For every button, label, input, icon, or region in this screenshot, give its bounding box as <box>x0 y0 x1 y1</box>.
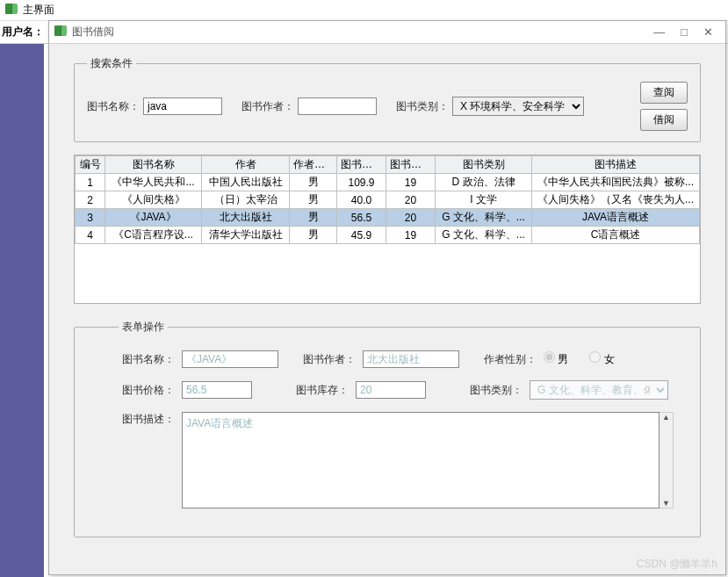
search-author-input[interactable] <box>298 97 377 115</box>
search-legend: 搜索条件 <box>87 56 136 71</box>
minimize-button[interactable]: — <box>653 25 665 39</box>
borrow-dialog: 图书借阅 — □ ✕ 搜索条件 图书名称： 图书作者： 图书类别： X 环境科学… <box>48 20 726 575</box>
th-id[interactable]: 编号 <box>76 156 105 174</box>
window-controls: — □ ✕ <box>653 25 713 39</box>
cell-desc: C语言概述 <box>532 227 700 244</box>
textarea-wrap: ▲ ▼ <box>182 412 674 508</box>
form-price-label: 图书价格： <box>119 383 175 398</box>
form-price-input <box>182 381 252 399</box>
search-name-label: 图书名称： <box>87 99 140 114</box>
cell-name: 《JAVA》 <box>105 209 202 227</box>
cell-author: 北大出版社 <box>202 209 290 227</box>
form-desc-label: 图书描述： <box>119 412 175 427</box>
th-stock[interactable]: 图书库存 <box>386 156 436 174</box>
scroll-up-icon[interactable]: ▲ <box>662 413 670 422</box>
cell-category: G 文化、科学、... <box>436 227 532 244</box>
th-category[interactable]: 图书类别 <box>436 156 532 174</box>
form-category-label: 图书类别： <box>466 383 523 398</box>
form-gender-label: 作者性别： <box>480 352 537 367</box>
table-header-row: 编号 图书名称 作者 作者性别 图书价格 图书库存 图书类别 图书描述 <box>76 156 700 174</box>
th-author[interactable]: 作者 <box>202 156 290 174</box>
table-row[interactable]: 4《C语言程序设...清华大学出版社男45.919G 文化、科学、...C语言概… <box>76 227 700 244</box>
dialog-titlebar[interactable]: 图书借阅 — □ ✕ <box>49 21 725 44</box>
form-desc-textarea <box>182 412 660 508</box>
form-author-input <box>363 350 459 368</box>
th-desc[interactable]: 图书描述 <box>532 156 700 174</box>
cell-category: D 政治、法律 <box>436 174 532 191</box>
cell-author: 清华大学出版社 <box>202 227 290 244</box>
th-price[interactable]: 图书价格 <box>337 156 386 174</box>
cell-id: 2 <box>76 191 105 209</box>
cell-name: 《中华人民共和... <box>105 174 202 191</box>
cell-price: 40.0 <box>337 191 386 209</box>
search-name-input[interactable] <box>143 97 222 115</box>
radio-female-label: 女 <box>589 351 614 367</box>
cell-price: 45.9 <box>337 227 386 244</box>
th-name[interactable]: 图书名称 <box>105 156 202 174</box>
cell-gender: 男 <box>290 209 337 227</box>
form-stock-input <box>356 381 426 399</box>
radio-male <box>544 351 555 363</box>
cell-name: 《C语言程序设... <box>105 227 202 244</box>
table-row[interactable]: 1《中华人民共和...中国人民出版社男109.919D 政治、法律《中华人民共和… <box>76 174 700 191</box>
dialog-icon <box>54 25 68 40</box>
cell-category: I 文学 <box>436 191 532 209</box>
search-author-label: 图书作者： <box>241 99 294 114</box>
form-category-select: G 文化、科学、教育、体育 <box>530 380 668 400</box>
cell-id: 3 <box>76 209 105 227</box>
radio-male-label: 男 <box>544 351 568 367</box>
cell-gender: 男 <box>290 227 337 244</box>
borrow-button[interactable]: 借阅 <box>640 109 688 131</box>
table-body: 1《中华人民共和...中国人民出版社男109.919D 政治、法律《中华人民共和… <box>76 174 700 244</box>
results-table-wrap[interactable]: 编号 图书名称 作者 作者性别 图书价格 图书库存 图书类别 图书描述 1《中华… <box>74 155 701 304</box>
cell-price: 56.5 <box>337 209 386 227</box>
form-name-label: 图书名称： <box>119 352 175 367</box>
table-row[interactable]: 3《JAVA》北大出版社男56.520G 文化、科学、...JAVA语言概述 <box>76 209 700 227</box>
cell-desc: 《人间失格》（又名《丧失为人... <box>532 191 700 209</box>
app-icon <box>5 4 19 18</box>
scroll-down-icon[interactable]: ▼ <box>662 499 670 508</box>
form-row-1: 图书名称： 图书作者： 作者性别： 男 女 <box>119 350 674 368</box>
cell-stock: 19 <box>386 227 436 244</box>
close-button[interactable]: ✕ <box>703 25 713 39</box>
cell-author: 中国人民出版社 <box>202 174 290 191</box>
search-fieldset: 搜索条件 图书名称： 图书作者： 图书类别： X 环境科学、安全科学 查阅 借阅 <box>74 56 701 142</box>
cell-desc: JAVA语言概述 <box>532 209 700 227</box>
form-row-3: 图书描述： ▲ ▼ <box>119 412 674 508</box>
search-row: 图书名称： 图书作者： 图书类别： X 环境科学、安全科学 查阅 借阅 <box>87 82 688 131</box>
cell-id: 1 <box>76 174 105 191</box>
cell-id: 4 <box>76 227 105 244</box>
cell-gender: 男 <box>290 191 337 209</box>
th-gender[interactable]: 作者性别 <box>290 156 337 174</box>
cell-price: 109.9 <box>337 174 386 191</box>
cell-stock: 19 <box>386 174 436 191</box>
form-fieldset: 表单操作 图书名称： 图书作者： 作者性别： 男 女 图书价格： 图书库存： <box>74 320 701 537</box>
main-titlebar: 主界面 <box>0 0 728 21</box>
form-author-label: 图书作者： <box>299 352 356 367</box>
cell-name: 《人间失格》 <box>105 191 202 209</box>
form-name-input <box>182 350 278 368</box>
form-row-2: 图书价格： 图书库存： 图书类别： G 文化、科学、教育、体育 <box>119 380 674 400</box>
dialog-body: 搜索条件 图书名称： 图书作者： 图书类别： X 环境科学、安全科学 查阅 借阅 <box>49 44 725 562</box>
search-buttons: 查阅 借阅 <box>640 82 688 131</box>
radio-female <box>589 351 601 363</box>
cell-desc: 《中华人民共和国民法典》被称... <box>532 174 700 191</box>
maximize-button[interactable]: □ <box>681 25 688 39</box>
cell-category: G 文化、科学、... <box>436 209 532 227</box>
search-category-select[interactable]: X 环境科学、安全科学 <box>452 97 584 116</box>
dialog-title: 图书借阅 <box>72 25 653 40</box>
textarea-scrollbar[interactable]: ▲ ▼ <box>660 412 674 508</box>
cell-gender: 男 <box>290 174 337 191</box>
results-table: 编号 图书名称 作者 作者性别 图书价格 图书库存 图书类别 图书描述 1《中华… <box>75 155 700 244</box>
cell-stock: 20 <box>386 209 436 227</box>
cell-author: （日）太宰治 <box>202 191 290 209</box>
query-button[interactable]: 查阅 <box>640 82 688 104</box>
table-row[interactable]: 2《人间失格》（日）太宰治男40.020I 文学《人间失格》（又名《丧失为人..… <box>76 191 700 209</box>
sidebar <box>0 44 44 577</box>
form-legend: 表单操作 <box>119 320 168 335</box>
cell-stock: 20 <box>386 191 436 209</box>
search-category-label: 图书类别： <box>396 99 449 114</box>
main-window-title: 主界面 <box>23 3 54 18</box>
form-stock-label: 图书库存： <box>292 383 349 398</box>
